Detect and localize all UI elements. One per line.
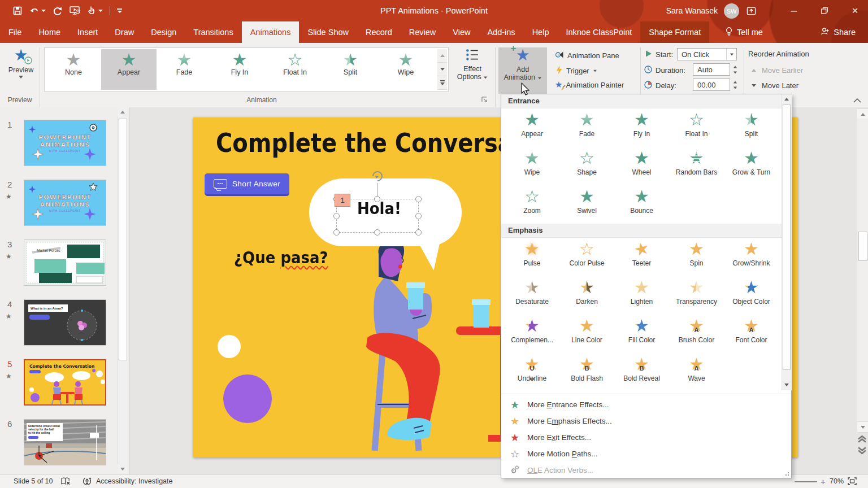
gallery-item-fly-in[interactable]: ★Fly In xyxy=(212,49,267,90)
menu-scrollbar[interactable] xyxy=(782,94,792,390)
animation-dialog-launcher-icon[interactable] xyxy=(481,95,488,105)
menu-item-bold-flash[interactable]: ★BBold Flash xyxy=(559,353,614,391)
ribbon-display-options-icon[interactable] xyxy=(738,0,764,21)
menu-item-brush-color[interactable]: ★ABrush Color xyxy=(669,315,724,353)
tab-record[interactable]: Record xyxy=(357,21,401,43)
selection-handle[interactable] xyxy=(374,229,380,236)
slide-thumbnail-2[interactable]: POWERPOINT ANIMATIONS WITH CLASSPOINT xyxy=(24,180,106,226)
accessibility-icon[interactable] xyxy=(83,477,92,487)
menu-item-lighten[interactable]: ★Lighten xyxy=(614,276,669,315)
gallery-scroll-up-icon[interactable] xyxy=(437,49,447,63)
menu-item-bold-reveal[interactable]: ★BBold Reveal xyxy=(614,353,669,391)
tab-draw[interactable]: Draw xyxy=(106,21,142,43)
menu-item-teeter[interactable]: ★Teeter xyxy=(614,238,669,276)
tab-view[interactable]: View xyxy=(444,21,479,43)
spellcheck-icon[interactable] xyxy=(61,477,71,487)
restore-button[interactable] xyxy=(811,0,837,21)
menu-item-more-entrance-effects[interactable]: ★More Entrance Effects... xyxy=(501,396,791,413)
fit-to-window-icon[interactable] xyxy=(848,477,857,487)
slide-thumbnail-1[interactable]: POWERPOINT ANIMATIONS WITH CLASSPOINT xyxy=(24,120,106,166)
menu-item-shape[interactable]: ☆Shape xyxy=(559,147,614,185)
menu-item-fill-color[interactable]: ★Fill Color xyxy=(614,315,669,353)
selection-handle[interactable] xyxy=(415,196,422,202)
collapse-ribbon-icon[interactable] xyxy=(853,95,861,105)
menu-item-fly-in[interactable]: ★Fly In xyxy=(614,108,669,147)
delay-spinner[interactable] xyxy=(731,79,739,91)
slide-thumbnail-6[interactable]: Determine lowest initial velocity for th… xyxy=(24,419,106,465)
menu-item-grow-shrink[interactable]: ★Grow/Shrink xyxy=(724,238,779,276)
tab-home[interactable]: Home xyxy=(30,21,69,43)
menu-item-underline[interactable]: ★UUnderline xyxy=(505,353,559,391)
menu-item-line-color[interactable]: ★Line Color xyxy=(559,315,614,353)
preview-button[interactable]: ★ Preview xyxy=(5,47,37,79)
menu-item-random-bars[interactable]: ★Random Bars xyxy=(669,147,724,185)
rotate-handle-icon[interactable] xyxy=(371,169,384,183)
tab-shape-format[interactable]: Shape Format xyxy=(640,21,709,43)
menu-item-darken[interactable]: ★Darken xyxy=(559,276,614,315)
gallery-item-appear[interactable]: ★Appear xyxy=(101,49,157,90)
menu-item-bounce[interactable]: ★Bounce xyxy=(614,185,669,224)
gallery-item-fade[interactable]: ★Fade xyxy=(157,49,212,90)
slide-thumbnail-5[interactable]: Complete the Conversation xyxy=(24,359,106,406)
animation-order-badge[interactable]: 1 xyxy=(335,194,350,207)
tab-file[interactable]: File xyxy=(0,21,30,43)
tab-transitions[interactable]: Transitions xyxy=(185,21,241,43)
short-answer-button[interactable]: ••• Short Answer xyxy=(205,173,289,194)
preview-dropdown-icon[interactable] xyxy=(19,76,23,79)
menu-item-split[interactable]: ★Split xyxy=(724,108,779,147)
menu-item-zoom[interactable]: ☆Zoom xyxy=(505,185,559,224)
editor-scrollbar[interactable] xyxy=(857,119,868,421)
menu-item-transparency[interactable]: ★Transparency xyxy=(669,276,724,315)
menu-item-object-color[interactable]: ★Object Color xyxy=(724,276,779,315)
menu-resize-grip[interactable] xyxy=(783,470,789,476)
tab-help[interactable]: Help xyxy=(524,21,558,43)
close-button[interactable]: × xyxy=(842,0,868,21)
editor-scroll-down-icon[interactable] xyxy=(857,421,868,433)
zoom-level[interactable]: 70% xyxy=(830,477,844,485)
next-slide-icon[interactable] xyxy=(858,446,866,456)
duration-spinner[interactable] xyxy=(731,63,739,76)
gallery-item-split[interactable]: ★Split xyxy=(323,49,378,90)
menu-item-more-motion-paths[interactable]: ☆More Motion Paths... xyxy=(501,446,791,462)
menu-item-wave[interactable]: ★AWave xyxy=(669,353,724,391)
decor-purple-circle[interactable] xyxy=(223,374,272,423)
thumb-scrollbar[interactable] xyxy=(118,116,128,464)
menu-item-more-exit-effects[interactable]: ★More Exit Effects... xyxy=(501,429,791,446)
minimize-button[interactable] xyxy=(781,0,807,21)
thumb-scroll-up-icon[interactable] xyxy=(118,107,128,116)
decor-white-circle[interactable] xyxy=(218,335,241,358)
selection-handle[interactable] xyxy=(415,229,422,236)
thumb-scroll-down-icon[interactable] xyxy=(118,464,128,473)
menu-item-float-in[interactable]: ☆Float In xyxy=(669,108,724,147)
tell-me[interactable]: Tell me xyxy=(725,21,763,43)
tab-inknoe-classpoint[interactable]: Inknoe ClassPoint xyxy=(557,21,640,43)
tab-add-ins[interactable]: Add-ins xyxy=(479,21,523,43)
previous-slide-icon[interactable] xyxy=(858,435,866,445)
menu-item-more-emphasis-effects[interactable]: ★More Emphasis Effects... xyxy=(501,413,791,429)
avatar[interactable]: SW xyxy=(724,3,739,19)
delay-input[interactable]: 00.00 xyxy=(693,79,730,91)
menu-item-grow-turn[interactable]: ★Grow & Turn xyxy=(724,147,779,185)
start-select[interactable]: On Click xyxy=(677,48,737,60)
menu-item-appear[interactable]: ★Appear xyxy=(505,108,559,147)
menu-item-complemen[interactable]: ★Complemen... xyxy=(505,315,559,353)
menu-scroll-up-icon[interactable] xyxy=(782,94,791,104)
accessibility-status[interactable]: Accessibility: Investigate xyxy=(96,477,172,485)
trigger-button[interactable]: Trigger xyxy=(556,66,597,76)
gallery-scroll-down-icon[interactable] xyxy=(437,63,447,76)
animation-pane-button[interactable]: Animation Pane xyxy=(555,50,619,61)
account-name[interactable]: Sara Wanasek xyxy=(666,6,718,15)
menu-scroll-down-icon[interactable] xyxy=(782,380,791,390)
menu-item-wipe[interactable]: ★Wipe xyxy=(505,147,559,185)
question-text[interactable]: ¿Que pasa? xyxy=(234,249,328,267)
selection-handle[interactable] xyxy=(333,229,340,236)
effect-options-button[interactable]: Effect Options xyxy=(452,47,493,81)
tab-insert[interactable]: Insert xyxy=(69,21,106,43)
tab-slide-show[interactable]: Slide Show xyxy=(299,21,357,43)
menu-item-desaturate[interactable]: ★Desaturate xyxy=(505,276,559,315)
menu-item-spin[interactable]: ★Spin xyxy=(669,238,724,276)
menu-item-fade[interactable]: ★Fade xyxy=(559,108,614,147)
tab-review[interactable]: Review xyxy=(401,21,445,43)
duration-input[interactable]: Auto xyxy=(693,63,730,76)
gallery-item-float-in[interactable]: ☆Float In xyxy=(267,49,323,90)
